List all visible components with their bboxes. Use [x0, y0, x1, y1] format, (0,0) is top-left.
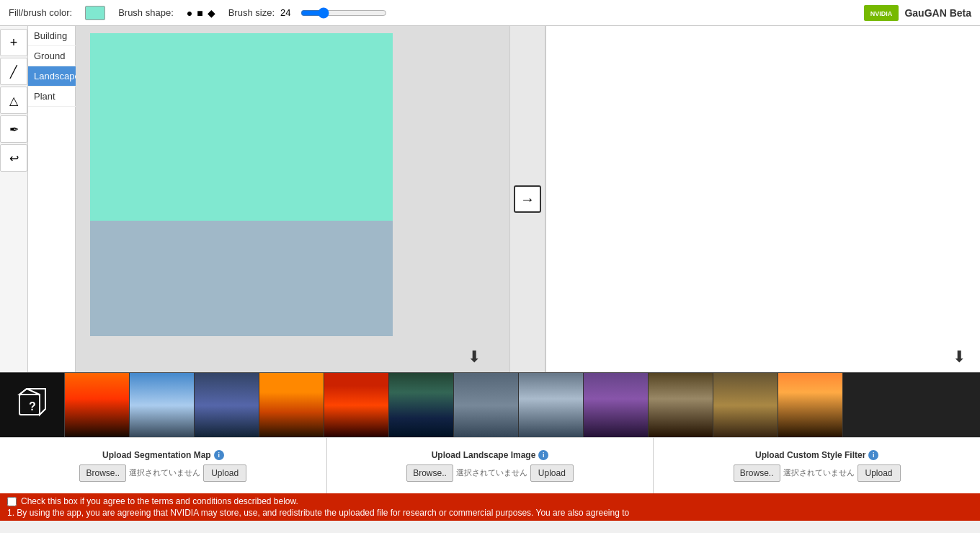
brush-size-area: Brush size: 24	[228, 7, 387, 19]
brush-size-slider[interactable]	[300, 7, 387, 19]
svg-text:?: ?	[29, 400, 36, 413]
download-canvas-button[interactable]: ⬇	[468, 348, 481, 366]
diamond-shape[interactable]: ◆	[208, 8, 215, 18]
thumbnail-3[interactable]	[195, 373, 259, 438]
upload-style-info-icon[interactable]: i	[868, 450, 878, 460]
label-ground-text: Ground	[34, 50, 65, 61]
terms-body-text: 1. By using the app, you are agreeing th…	[7, 508, 973, 518]
thumbnail-6[interactable]	[389, 373, 454, 438]
thumbnail-2[interactable]	[130, 373, 195, 438]
upload-landscape-row: Browse.. 選択されていません Upload	[406, 464, 574, 482]
canvas-ground-region	[90, 221, 393, 336]
main-area: + ╱ △ ✒ ↩ Building Ground Landscape	[0, 26, 980, 372]
label-panel: + ╱ △ ✒ ↩ Building Ground Landscape	[0, 26, 76, 372]
brush-tool-button[interactable]: ╱	[0, 58, 27, 85]
upload-landscape-info-icon[interactable]: i	[538, 450, 548, 460]
color-swatch[interactable]	[85, 6, 105, 20]
thumbnails-row: ?	[0, 372, 980, 437]
upload-style-title: Upload Custom Style Filter i	[755, 450, 878, 460]
style-file-label: 選択されていません	[783, 467, 855, 478]
upload-style-row: Browse.. 選択されていません Upload	[734, 464, 901, 482]
generate-button-area: →	[509, 26, 545, 372]
tool-buttons: + ╱ △ ✒ ↩	[0, 26, 28, 372]
download-output-button[interactable]: ⬇	[953, 348, 966, 366]
toolbar: Fill/brush color: Brush shape: ● ■ ◆ Bru…	[0, 0, 980, 26]
label-plant-text: Plant	[34, 91, 55, 102]
output-area: ⬇	[545, 26, 980, 372]
drawing-canvas[interactable]	[76, 26, 509, 372]
browse-landscape-button[interactable]: Browse..	[406, 464, 453, 482]
eyedropper-icon: ✒	[9, 123, 19, 136]
generate-button[interactable]: →	[514, 185, 541, 213]
undo-tool-button[interactable]: ↩	[0, 144, 27, 172]
fill-icon: △	[9, 94, 18, 107]
brush-size-value: 24	[280, 7, 295, 18]
thumbnail-10[interactable]	[649, 373, 713, 438]
upload-landscape-title: Upload Landscape Image i	[432, 450, 549, 460]
eyedropper-tool-button[interactable]: ✒	[0, 115, 27, 143]
nvidia-logo: NVIDIA	[864, 5, 899, 21]
upload-landscape-panel: Upload Landscape Image i Browse.. 選択されてい…	[327, 438, 654, 493]
upload-segmentation-info-icon[interactable]: i	[214, 450, 224, 460]
thumbnail-5[interactable]	[324, 373, 389, 438]
upload-landscape-label: Upload Landscape Image	[432, 450, 536, 460]
svg-line-5	[27, 389, 40, 395]
terms-section: Check this box if you agree to the terms…	[0, 493, 980, 521]
thumbnail-9[interactable]	[584, 373, 649, 438]
canvas-sky-region	[90, 33, 393, 221]
svg-line-4	[19, 389, 27, 395]
square-shape[interactable]: ■	[197, 8, 202, 18]
upload-landscape-button[interactable]: Upload	[530, 464, 574, 482]
thumbnail-11[interactable]	[713, 373, 778, 438]
browse-segmentation-button[interactable]: Browse..	[79, 464, 126, 482]
thumbnail-8[interactable]	[519, 373, 584, 438]
label-building-text: Building	[34, 30, 67, 41]
upload-segmentation-button[interactable]: Upload	[203, 464, 246, 482]
upload-style-button[interactable]: Upload	[858, 464, 901, 482]
random-style-button[interactable]: ?	[0, 373, 65, 438]
thumbnail-1[interactable]	[65, 373, 130, 438]
canvas-area: ⬇	[76, 26, 509, 372]
upload-segmentation-panel: Upload Segmentation Map i Browse.. 選択されて…	[0, 438, 327, 493]
add-tool-button[interactable]: +	[0, 29, 27, 56]
brush-shape-label: Brush shape:	[118, 7, 174, 18]
brush-icon: ╱	[10, 65, 17, 79]
terms-check-row: Check this box if you agree to the terms…	[7, 496, 973, 506]
fill-brush-label: Fill/brush color:	[9, 7, 72, 18]
nvidia-logo-area: NVIDIA GauGAN Beta	[864, 5, 971, 21]
thumbnail-7[interactable]	[454, 373, 519, 438]
undo-icon: ↩	[9, 151, 19, 165]
upload-segmentation-title: Upload Segmentation Map i	[102, 450, 224, 460]
upload-style-label: Upload Custom Style Filter	[755, 450, 865, 460]
add-icon: +	[10, 35, 18, 50]
upload-section: Upload Segmentation Map i Browse.. 選択されて…	[0, 437, 980, 493]
browse-style-button[interactable]: Browse..	[734, 464, 780, 482]
thumbnail-12[interactable]	[778, 373, 843, 438]
label-landscape-text: Landscape	[34, 71, 80, 82]
terms-checkbox[interactable]	[7, 497, 17, 506]
arrow-right-icon: →	[520, 191, 535, 208]
circle-shape[interactable]: ●	[187, 8, 192, 18]
landscape-file-label: 選択されていません	[456, 467, 527, 478]
upload-style-panel: Upload Custom Style Filter i Browse.. 選択…	[654, 438, 980, 493]
dice-icon: ?	[17, 386, 48, 424]
upload-segmentation-row: Browse.. 選択されていません Upload	[79, 464, 246, 482]
brush-shapes: ● ■ ◆	[187, 8, 215, 18]
fill-tool-button[interactable]: △	[0, 87, 27, 114]
app-title: GauGAN Beta	[904, 7, 971, 19]
svg-text:NVIDIA: NVIDIA	[870, 10, 893, 17]
thumbnail-4[interactable]	[259, 373, 324, 438]
segmentation-file-label: 選択されていません	[129, 467, 200, 478]
terms-checkbox-label: Check this box if you agree to the terms…	[21, 496, 298, 506]
brush-size-label: Brush size:	[228, 7, 275, 18]
upload-segmentation-label: Upload Segmentation Map	[102, 450, 211, 460]
